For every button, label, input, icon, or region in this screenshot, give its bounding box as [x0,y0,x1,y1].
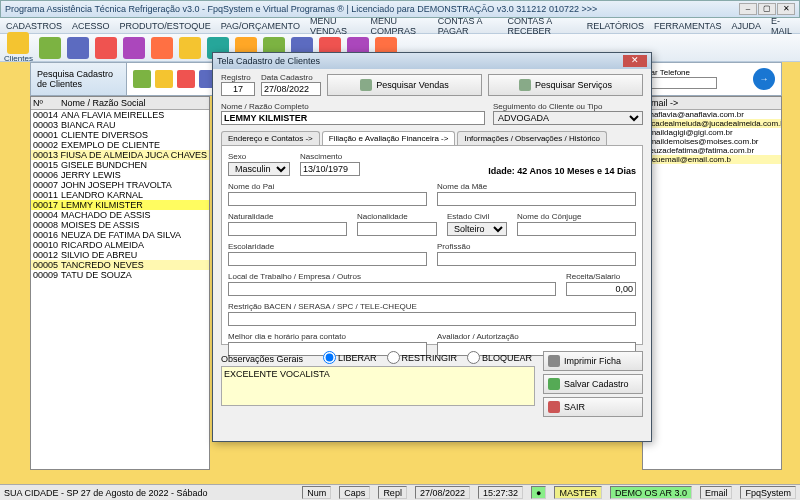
table-row[interactable]: 00008MOISES DE ASSIS [31,220,209,230]
menu-cadastros[interactable]: CADASTROS [6,21,62,31]
status-city: SUA CIDADE - SP 27 de Agosto de 2022 - S… [4,488,207,498]
table-row[interactable]: 00001CLIENTE DIVERSOS [31,130,209,140]
window-title: Programa Assistência Técnica Refrigeraçã… [5,4,739,14]
table-row[interactable]: 00013FIUSA DE ALMEIDA JUCA CHAVES [31,150,209,160]
email-row[interactable]: neuzadefatima@fatima.com.br [643,146,781,155]
email-row[interactable]: emaildagigi@gigi.com.br [643,128,781,137]
tab-filiacao[interactable]: Filiação e Avaliação Financeira -> [322,131,456,145]
dialog-close-icon[interactable]: ✕ [623,55,647,67]
nacionalidade-input[interactable] [357,222,437,236]
pai-input[interactable] [228,192,427,206]
status-email: Email [700,486,733,499]
restricao-label: Restrição BACEN / SERASA / SPC / TELE-CH… [228,302,636,311]
menu-compras[interactable]: MENU COMPRAS [371,16,428,36]
estadocivil-select[interactable]: Solteiro [447,222,507,236]
status-led: ● [531,486,546,499]
tab-endereco[interactable]: Endereço e Contatos -> [221,131,320,145]
registro-input[interactable] [221,82,255,96]
email-head: Email -> [643,97,781,110]
dialog-title: Tela Cadastro de Clientes [217,56,623,66]
table-row[interactable]: 00005TANCREDO NEVES [31,260,209,270]
salario-label: Receita/Salario [566,272,636,281]
client-table: NºNome / Razão Social 00014ANA FLAVIA ME… [30,96,210,470]
close-icon[interactable]: ✕ [777,3,795,15]
tool-icon[interactable] [179,37,201,59]
delete-icon[interactable] [177,70,195,88]
salvar-button[interactable]: Salvar Cadastro [543,374,643,394]
menu-pag[interactable]: PAG/ORÇAMENTO [221,21,300,31]
table-row[interactable]: 00002EXEMPLO DE CLIENTE [31,140,209,150]
pesquisar-servicos-button[interactable]: Pesquisar Serviços [488,74,643,96]
menubar: CADASTROS ACESSO PRODUTO/ESTOQUE PAG/ORÇ… [0,18,800,34]
data-cadastro-input[interactable] [261,82,321,96]
tool-icon[interactable] [151,37,173,59]
naturalidade-input[interactable] [228,222,347,236]
menu-pagar[interactable]: CONTAS A PAGAR [438,16,498,36]
edit-icon[interactable] [155,70,173,88]
table-row[interactable]: 00003BIANCA RAU [31,120,209,130]
tab-informacoes[interactable]: Informações / Observações / Histórico [457,131,607,145]
menu-relatorios[interactable]: RELATÓRIOS [587,21,644,31]
tool-icon[interactable] [67,37,89,59]
nome-label: Nome / Razão Completo [221,102,485,111]
add-icon[interactable] [133,70,151,88]
profissao-label: Profissão [437,242,636,251]
menu-vendas[interactable]: MENU VENDAS [310,16,361,36]
seguimento-select[interactable]: ADVOGADA [493,111,643,125]
nascimento-input[interactable] [300,162,360,176]
email-row[interactable]: jucadealmeiuda@jucadealmeida.com.br [643,119,781,128]
clientes-icon[interactable] [7,32,29,54]
maximize-icon[interactable]: ▢ [758,3,776,15]
save-icon [548,378,560,390]
email-row[interactable]: emaildemoises@moises.com.br [643,137,781,146]
minimize-icon[interactable]: – [739,3,757,15]
menu-produto[interactable]: PRODUTO/ESTOQUE [120,21,211,31]
table-row[interactable]: 00016NEUZA DE FATIMA DA SILVA [31,230,209,240]
conjuge-label: Nome do Cônjuge [517,212,636,221]
email-row[interactable]: meuemail@email.com.b [643,155,781,164]
radio-bloquear[interactable]: BLOQUEAR [467,351,532,364]
menu-email[interactable]: E-MAIL [771,16,794,36]
nascimento-label: Nascimento [300,152,360,161]
search-icon [519,79,531,91]
profissao-input[interactable] [437,252,636,266]
tool-icon[interactable] [39,37,61,59]
menu-ajuda[interactable]: AJUDA [731,21,761,31]
tool-icon[interactable] [95,37,117,59]
mae-label: Nome da Mãe [437,182,636,191]
menu-receber[interactable]: CONTAS A RECEBER [507,16,576,36]
imprimir-button[interactable]: Imprimir Ficha [543,351,643,371]
nome-input[interactable] [221,111,485,125]
obs-label: Observações Gerais [221,354,303,364]
search-go-icon[interactable]: → [753,68,775,90]
cadastro-dialog: Tela Cadastro de Clientes ✕ Registro Dat… [212,52,652,442]
sair-button[interactable]: SAIR [543,397,643,417]
exit-icon [548,401,560,413]
radio-liberar[interactable]: LIBERAR [323,351,377,364]
tool-icon[interactable] [123,37,145,59]
escolaridade-input[interactable] [228,252,427,266]
table-row[interactable]: 00009TATU DE SOUZA [31,270,209,280]
conjuge-input[interactable] [517,222,636,236]
table-row[interactable]: 00007JOHN JOSEPH TRAVOLTA [31,180,209,190]
table-row[interactable]: 00017LEMMY KILMISTER [31,200,209,210]
mae-input[interactable] [437,192,636,206]
table-row[interactable]: 00014ANA FLAVIA MEIRELLES [31,110,209,120]
trabalho-input[interactable] [228,282,556,296]
table-row[interactable]: 00010RICARDO ALMEIDA [31,240,209,250]
menu-ferramentas[interactable]: FERRAMENTAS [654,21,721,31]
table-row[interactable]: 00011LEANDRO KARNAL [31,190,209,200]
table-row[interactable]: 00015GISELE BUNDCHEN [31,160,209,170]
trabalho-label: Local de Trabalho / Empresa / Outros [228,272,556,281]
pesquisar-vendas-button[interactable]: Pesquisar Vendas [327,74,482,96]
table-row[interactable]: 00004MACHADO DE ASSIS [31,210,209,220]
table-row[interactable]: 00006JERRY LEWIS [31,170,209,180]
menu-acesso[interactable]: ACESSO [72,21,110,31]
restricao-input[interactable] [228,312,636,326]
email-row[interactable]: anaflavia@anaflavia.com.br [643,110,781,119]
sexo-select[interactable]: Masculino [228,162,290,176]
salario-input[interactable] [566,282,636,296]
radio-restringir[interactable]: RESTRINGIR [387,351,458,364]
table-row[interactable]: 00012SILVIO DE ABREU [31,250,209,260]
obs-textarea[interactable]: EXCELENTE VOCALISTA [221,366,535,406]
